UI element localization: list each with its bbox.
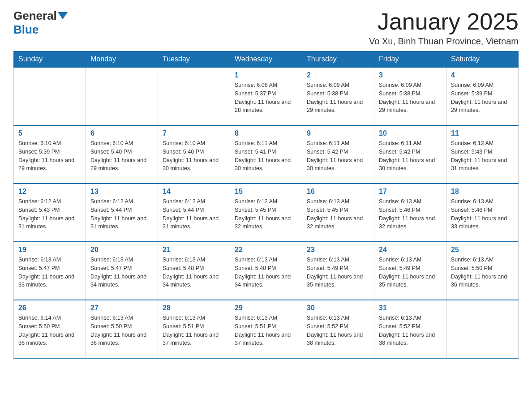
calendar-cell: 30Sunrise: 6:13 AM Sunset: 5:52 PM Dayli… — [302, 300, 374, 358]
calendar-cell: 4Sunrise: 6:09 AM Sunset: 5:39 PM Daylig… — [446, 67, 519, 125]
day-number: 18 — [451, 188, 514, 196]
calendar-week-4: 19Sunrise: 6:13 AM Sunset: 5:47 PM Dayli… — [14, 242, 519, 300]
calendar-cell: 22Sunrise: 6:13 AM Sunset: 5:48 PM Dayli… — [230, 242, 302, 300]
calendar-cell: 25Sunrise: 6:13 AM Sunset: 5:50 PM Dayli… — [446, 242, 519, 300]
calendar-cell: 23Sunrise: 6:13 AM Sunset: 5:49 PM Dayli… — [302, 242, 374, 300]
day-info: Sunrise: 6:12 AM Sunset: 5:43 PM Dayligh… — [451, 139, 514, 173]
logo: General Blue — [13, 9, 68, 37]
calendar-cell: 8Sunrise: 6:11 AM Sunset: 5:41 PM Daylig… — [230, 125, 302, 184]
calendar-cell: 26Sunrise: 6:14 AM Sunset: 5:50 PM Dayli… — [14, 300, 86, 358]
day-info: Sunrise: 6:13 AM Sunset: 5:46 PM Dayligh… — [451, 197, 514, 231]
day-number: 16 — [307, 188, 369, 196]
day-info: Sunrise: 6:12 AM Sunset: 5:45 PM Dayligh… — [235, 197, 297, 231]
day-number: 7 — [163, 129, 225, 137]
location-title: Vo Xu, Binh Thuan Province, Vietnam — [369, 36, 519, 47]
day-info: Sunrise: 6:13 AM Sunset: 5:50 PM Dayligh… — [451, 256, 514, 289]
calendar-week-5: 26Sunrise: 6:14 AM Sunset: 5:50 PM Dayli… — [14, 300, 519, 358]
calendar-week-2: 5Sunrise: 6:10 AM Sunset: 5:39 PM Daylig… — [14, 125, 519, 184]
calendar-cell: 18Sunrise: 6:13 AM Sunset: 5:46 PM Dayli… — [446, 184, 519, 242]
column-header-saturday: Saturday — [446, 51, 519, 68]
calendar-cell: 9Sunrise: 6:11 AM Sunset: 5:42 PM Daylig… — [302, 125, 374, 184]
day-number: 29 — [235, 304, 297, 312]
day-number: 23 — [307, 246, 369, 254]
calendar-cell: 29Sunrise: 6:13 AM Sunset: 5:51 PM Dayli… — [230, 300, 302, 358]
calendar-week-1: 1Sunrise: 6:08 AM Sunset: 5:37 PM Daylig… — [14, 67, 519, 125]
day-info: Sunrise: 6:13 AM Sunset: 5:51 PM Dayligh… — [235, 314, 297, 347]
month-title: January 2025 — [369, 9, 519, 34]
day-number: 10 — [379, 129, 442, 137]
day-info: Sunrise: 6:13 AM Sunset: 5:49 PM Dayligh… — [307, 256, 369, 289]
day-info: Sunrise: 6:11 AM Sunset: 5:41 PM Dayligh… — [235, 139, 297, 173]
day-number: 1 — [235, 71, 297, 79]
day-number: 11 — [451, 129, 514, 137]
calendar-header-row: SundayMondayTuesdayWednesdayThursdayFrid… — [14, 51, 519, 68]
day-number: 13 — [90, 188, 153, 196]
day-number: 14 — [163, 188, 225, 196]
column-header-tuesday: Tuesday — [158, 51, 230, 68]
day-number: 31 — [379, 304, 442, 312]
day-info: Sunrise: 6:11 AM Sunset: 5:42 PM Dayligh… — [379, 139, 442, 173]
day-info: Sunrise: 6:10 AM Sunset: 5:40 PM Dayligh… — [163, 139, 225, 173]
day-info: Sunrise: 6:13 AM Sunset: 5:45 PM Dayligh… — [307, 197, 369, 231]
day-number: 30 — [307, 304, 369, 312]
calendar-cell: 7Sunrise: 6:10 AM Sunset: 5:40 PM Daylig… — [158, 125, 230, 184]
calendar-cell: 27Sunrise: 6:13 AM Sunset: 5:50 PM Dayli… — [86, 300, 158, 358]
column-header-thursday: Thursday — [302, 51, 374, 68]
title-section: January 2025 Vo Xu, Binh Thuan Province,… — [369, 9, 519, 47]
day-number: 2 — [307, 71, 369, 79]
day-number: 21 — [163, 246, 225, 254]
day-info: Sunrise: 6:09 AM Sunset: 5:38 PM Dayligh… — [379, 81, 442, 115]
day-number: 3 — [379, 71, 442, 79]
calendar-week-3: 12Sunrise: 6:12 AM Sunset: 5:43 PM Dayli… — [14, 184, 519, 242]
column-header-friday: Friday — [374, 51, 446, 68]
day-info: Sunrise: 6:12 AM Sunset: 5:44 PM Dayligh… — [90, 197, 153, 231]
page-header: General Blue January 2025 Vo Xu, Binh Th… — [13, 9, 519, 47]
day-info: Sunrise: 6:13 AM Sunset: 5:48 PM Dayligh… — [163, 256, 225, 289]
day-info: Sunrise: 6:13 AM Sunset: 5:49 PM Dayligh… — [379, 256, 442, 289]
day-number: 28 — [163, 304, 225, 312]
day-info: Sunrise: 6:08 AM Sunset: 5:37 PM Dayligh… — [235, 81, 297, 115]
column-header-sunday: Sunday — [14, 51, 86, 68]
calendar-cell: 14Sunrise: 6:12 AM Sunset: 5:44 PM Dayli… — [158, 184, 230, 242]
day-number: 8 — [235, 129, 297, 137]
day-info: Sunrise: 6:14 AM Sunset: 5:50 PM Dayligh… — [18, 314, 81, 347]
day-number: 17 — [379, 188, 442, 196]
day-info: Sunrise: 6:10 AM Sunset: 5:40 PM Dayligh… — [90, 139, 153, 173]
day-number: 22 — [235, 246, 297, 254]
day-info: Sunrise: 6:13 AM Sunset: 5:52 PM Dayligh… — [307, 314, 369, 347]
day-info: Sunrise: 6:12 AM Sunset: 5:44 PM Dayligh… — [163, 197, 225, 231]
day-number: 4 — [451, 71, 514, 79]
column-header-monday: Monday — [86, 51, 158, 68]
calendar-cell: 17Sunrise: 6:13 AM Sunset: 5:46 PM Dayli… — [374, 184, 446, 242]
day-info: Sunrise: 6:09 AM Sunset: 5:39 PM Dayligh… — [451, 81, 514, 115]
day-number: 5 — [18, 129, 81, 137]
calendar-cell: 1Sunrise: 6:08 AM Sunset: 5:37 PM Daylig… — [230, 67, 302, 125]
calendar-cell: 11Sunrise: 6:12 AM Sunset: 5:43 PM Dayli… — [446, 125, 519, 184]
calendar-cell — [86, 67, 158, 125]
calendar-cell: 16Sunrise: 6:13 AM Sunset: 5:45 PM Dayli… — [302, 184, 374, 242]
calendar-cell: 15Sunrise: 6:12 AM Sunset: 5:45 PM Dayli… — [230, 184, 302, 242]
calendar-cell: 31Sunrise: 6:13 AM Sunset: 5:52 PM Dayli… — [374, 300, 446, 358]
day-number: 12 — [18, 188, 81, 196]
day-number: 24 — [379, 246, 442, 254]
day-number: 26 — [18, 304, 81, 312]
calendar-cell — [158, 67, 230, 125]
day-number: 25 — [451, 246, 514, 254]
day-number: 20 — [90, 246, 153, 254]
day-number: 19 — [18, 246, 81, 254]
calendar-cell — [446, 300, 519, 358]
calendar-cell — [14, 67, 86, 125]
calendar-cell: 10Sunrise: 6:11 AM Sunset: 5:42 PM Dayli… — [374, 125, 446, 184]
day-info: Sunrise: 6:13 AM Sunset: 5:51 PM Dayligh… — [163, 314, 225, 347]
logo-blue-text: Blue — [13, 23, 68, 37]
day-info: Sunrise: 6:13 AM Sunset: 5:48 PM Dayligh… — [235, 256, 297, 289]
day-info: Sunrise: 6:13 AM Sunset: 5:52 PM Dayligh… — [379, 314, 442, 347]
day-info: Sunrise: 6:09 AM Sunset: 5:38 PM Dayligh… — [307, 81, 369, 115]
day-number: 9 — [307, 129, 369, 137]
calendar-cell: 2Sunrise: 6:09 AM Sunset: 5:38 PM Daylig… — [302, 67, 374, 125]
calendar-cell: 24Sunrise: 6:13 AM Sunset: 5:49 PM Dayli… — [374, 242, 446, 300]
calendar-cell: 13Sunrise: 6:12 AM Sunset: 5:44 PM Dayli… — [86, 184, 158, 242]
column-header-wednesday: Wednesday — [230, 51, 302, 68]
calendar-cell: 12Sunrise: 6:12 AM Sunset: 5:43 PM Dayli… — [14, 184, 86, 242]
day-number: 6 — [90, 129, 153, 137]
